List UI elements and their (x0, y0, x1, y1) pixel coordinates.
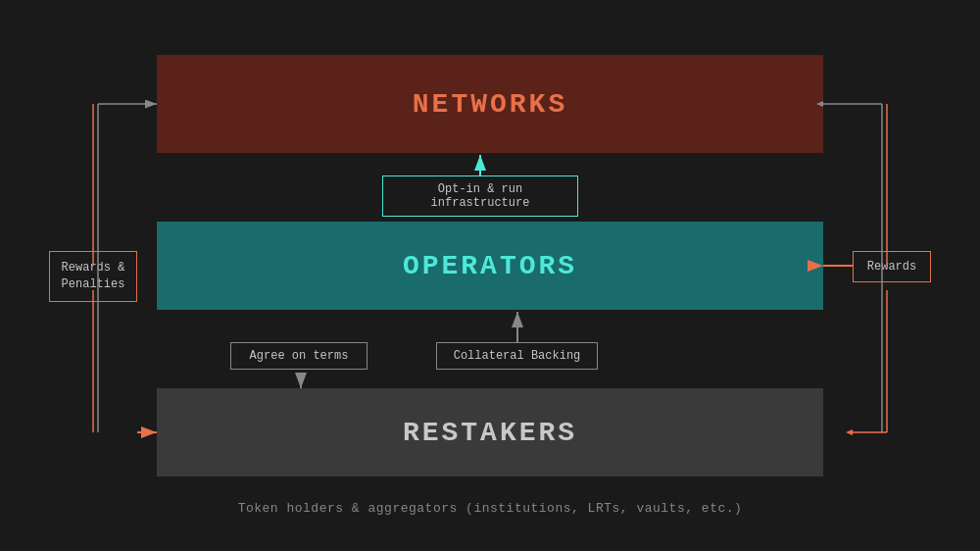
operators-box: OPERATORS (157, 222, 823, 310)
opt-in-label: Opt-in & run infrastructure (431, 182, 530, 210)
diagram-container: NETWORKS OPERATORS RESTAKERS Opt-in & ru… (49, 25, 931, 526)
rewards-penalties-box: Rewards &Penalties (49, 251, 137, 302)
agree-box: Agree on terms (230, 342, 368, 370)
operators-label: OPERATORS (403, 251, 577, 281)
collateral-box: Collateral Backing (436, 342, 598, 370)
subtitle-text: Token holders & aggregators (institution… (238, 501, 743, 516)
opt-in-box: Opt-in & run infrastructure (382, 175, 578, 217)
networks-label: NETWORKS (413, 89, 567, 120)
svg-marker-21 (846, 429, 853, 435)
collateral-label: Collateral Backing (454, 349, 581, 363)
subtitle: Token holders & aggregators (institution… (49, 501, 931, 516)
rewards-penalties-label: Rewards &Penalties (62, 261, 125, 291)
rewards-box: Rewards (853, 251, 931, 282)
restakers-box: RESTAKERS (157, 388, 823, 476)
networks-box: NETWORKS (157, 55, 823, 153)
restakers-label: RESTAKERS (403, 418, 577, 448)
rewards-label: Rewards (867, 260, 916, 274)
agree-label: Agree on terms (250, 349, 349, 363)
